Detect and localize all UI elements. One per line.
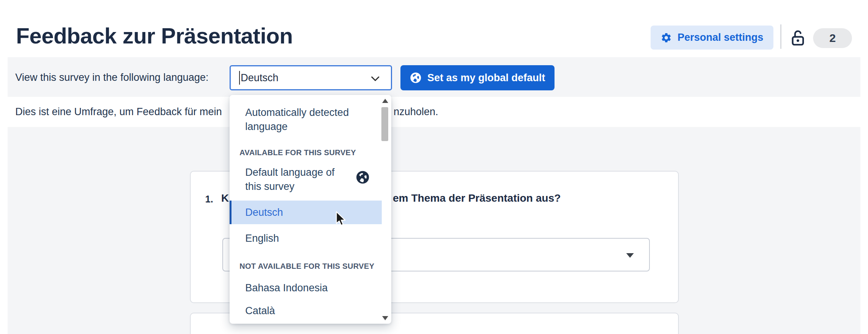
dropdown-option-auto-detect[interactable]: Automatically detected language (245, 106, 371, 134)
dropdown-option-bahasa-indonesia[interactable]: Bahasa Indonesia (245, 281, 328, 295)
survey-page: Feedback zur Präsentation Personal setti… (0, 0, 868, 334)
dropdown-group-available: AVAILABLE FOR THIS SURVEY (240, 148, 356, 157)
language-select-value: Deutsch (241, 72, 278, 84)
mouse-cursor (334, 210, 348, 227)
chevron-down-icon (371, 76, 379, 82)
page-title: Feedback zur Präsentation (16, 23, 293, 48)
survey-description-right: nzuholen. (394, 106, 438, 118)
globe-icon (410, 72, 422, 84)
language-select[interactable]: Deutsch (230, 65, 392, 90)
dropdown-scrollbar[interactable] (381, 95, 390, 324)
set-global-default-button[interactable]: Set as my global default (400, 65, 555, 90)
dropdown-option-deutsch-selected[interactable]: Deutsch (230, 201, 382, 224)
dropdown-option-english[interactable]: English (245, 231, 279, 246)
scroll-up-arrow-icon[interactable] (382, 99, 388, 103)
question-text-left: K (221, 192, 229, 204)
question-number: 1. (205, 194, 213, 205)
count-badge-value: 2 (829, 32, 836, 45)
personal-settings-label: Personal settings (677, 32, 763, 43)
caret-down-icon (626, 253, 634, 258)
header-divider (780, 24, 781, 49)
text-cursor (239, 71, 240, 85)
unlock-icon (789, 29, 806, 47)
scrollbar-thumb[interactable] (381, 107, 388, 141)
dropdown-group-not-available: NOT AVAILABLE FOR THIS SURVEY (240, 262, 375, 271)
set-global-default-label: Set as my global default (427, 72, 545, 84)
dropdown-option-catala[interactable]: Català (245, 304, 275, 318)
gear-icon (661, 32, 672, 43)
dropdown-option-label: Deutsch (245, 207, 283, 218)
language-bar-label: View this survey in the following langua… (15, 72, 209, 84)
count-badge: 2 (813, 28, 852, 48)
globe-icon (355, 170, 370, 185)
language-dropdown-panel: Automatically detected language AVAILABL… (230, 95, 391, 324)
personal-settings-button[interactable]: Personal settings (651, 26, 773, 50)
scroll-down-arrow-icon[interactable] (382, 316, 388, 320)
survey-description-left: Dies ist eine Umfrage, um Feedback für m… (15, 106, 222, 118)
question-text-right: em Thema der Präsentation aus? (393, 192, 561, 204)
dropdown-option-default-language[interactable]: Default language of this survey (245, 165, 352, 194)
